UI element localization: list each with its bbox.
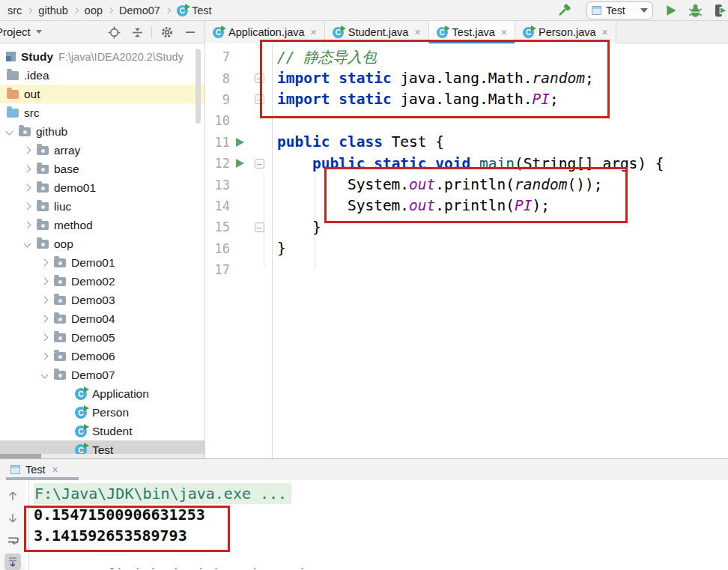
tree-item-study[interactable]: StudyF:\java\IDEA2020.2\Study (0, 47, 204, 66)
editor-tab-label: Application.java (228, 26, 305, 38)
fold-marker-icon[interactable]: – (255, 159, 264, 169)
code-line-14: 14 System.out.println(PI); (206, 195, 728, 216)
line-number: 17 (206, 262, 230, 277)
package-folder-icon (37, 165, 49, 174)
tree-item-label: .idea (24, 69, 49, 82)
tree-item-demo07[interactable]: Demo07 (0, 366, 204, 384)
fold-marker-icon[interactable]: – (255, 94, 264, 104)
prev-occurrence-icon[interactable] (4, 488, 21, 504)
build-hammer-icon[interactable] (556, 2, 572, 19)
editor-tab-person.java[interactable]: CPerson.java× (515, 21, 616, 43)
close-icon[interactable]: × (501, 26, 507, 38)
soft-wrap-icon[interactable] (4, 533, 21, 549)
chevron-down-icon (36, 30, 42, 34)
breadcrumb-item-label: github (38, 4, 68, 16)
src-folder-icon (7, 109, 19, 118)
tree-item-github[interactable]: github (0, 122, 204, 141)
tree-item-application[interactable]: CApplication (0, 384, 204, 403)
run-line-icon[interactable] (236, 159, 244, 168)
tree-item-demo06[interactable]: Demo06 (0, 347, 204, 366)
chevron-collapsed-icon[interactable] (41, 315, 49, 323)
code-text: public static void main(String[] args) { (277, 155, 664, 172)
chevron-collapsed-icon[interactable] (41, 353, 49, 360)
chevron-expanded-icon[interactable] (6, 128, 13, 136)
scroll-to-end-icon[interactable] (4, 554, 21, 570)
collapse-all-icon[interactable] (129, 24, 145, 40)
tree-item-label: liuc (54, 200, 71, 213)
code-text: } (277, 219, 321, 236)
project-view-selector[interactable]: Project (0, 25, 42, 38)
token-plain: System. (277, 176, 409, 193)
token-plain: .println( (435, 176, 515, 193)
tree-item-demo02[interactable]: Demo02 (0, 272, 204, 291)
close-icon[interactable]: × (52, 464, 58, 476)
next-occurrence-icon[interactable] (4, 510, 21, 527)
tree-item-person[interactable]: CPerson (0, 403, 204, 422)
hide-panel-icon[interactable] (182, 24, 198, 40)
project-tree: StudyF:\java\IDEA2020.2\Study.ideaoutsrc… (0, 47, 204, 458)
tree-item-out[interactable]: out (0, 85, 204, 103)
run-button[interactable] (663, 2, 679, 19)
chevron-collapsed-icon[interactable] (41, 278, 49, 285)
token-plain: ); (533, 197, 550, 214)
chevron-collapsed-icon[interactable] (41, 297, 49, 304)
tree-item-method[interactable]: method (0, 216, 204, 234)
console-output[interactable]: F:\Java\JDK\bin\java.exe ...0.1547150090… (29, 480, 728, 570)
vertical-scrollbar[interactable] (195, 49, 201, 124)
tree-item-demo05[interactable]: Demo05 (0, 328, 204, 347)
run-configuration-select[interactable]: Test (586, 1, 653, 19)
token-kw: import static (277, 70, 400, 87)
code-editor[interactable]: 7// 静态导入包8–import static java.lang.Math.… (206, 43, 728, 458)
tree-item-liuc[interactable]: liuc (0, 197, 204, 216)
chevron-expanded-icon[interactable] (41, 372, 49, 379)
run-tool-window: Test × (0, 458, 728, 570)
tree-item-student[interactable]: CStudent (0, 422, 204, 440)
breadcrumb-item-src[interactable]: src (6, 4, 23, 16)
tree-item-oop[interactable]: oop (0, 234, 204, 253)
chevron-collapsed-icon[interactable] (24, 203, 31, 210)
tree-item-base[interactable]: base (0, 160, 204, 178)
editor-tab-student.java[interactable]: CStudent.java× (325, 21, 429, 43)
run-tab-icon (10, 465, 20, 474)
tree-item-demo04[interactable]: Demo04 (0, 309, 204, 328)
editor-tab-application.java[interactable]: CApplication.java× (205, 21, 325, 43)
chevron-collapsed-icon[interactable] (41, 259, 49, 267)
package-folder-icon (37, 184, 49, 192)
breadcrumb-item-demo07[interactable]: Demo07 (118, 4, 162, 16)
tree-item-demo01[interactable]: demo01 (0, 178, 204, 197)
fold-marker-icon[interactable]: – (255, 222, 264, 232)
close-icon[interactable]: × (311, 26, 317, 38)
chevron-collapsed-icon[interactable] (24, 222, 31, 229)
tree-item-src[interactable]: src (0, 103, 204, 122)
tree-item-label: out (24, 88, 40, 101)
locate-file-icon[interactable] (106, 24, 122, 40)
close-icon[interactable]: × (602, 26, 608, 38)
debug-button[interactable] (687, 2, 703, 19)
run-line-icon[interactable] (236, 138, 244, 147)
tree-item-label: Demo05 (71, 331, 115, 345)
chevron-expanded-icon[interactable] (24, 240, 31, 248)
run-config-app-icon (592, 6, 601, 15)
tree-item-demo03[interactable]: Demo03 (0, 291, 204, 309)
chevron-collapsed-icon[interactable] (24, 184, 31, 192)
editor-tab-test.java[interactable]: CTest.java× (429, 21, 515, 43)
breadcrumb-item-github[interactable]: github (37, 4, 70, 16)
tree-item-array[interactable]: array (0, 141, 204, 160)
chevron-collapsed-icon[interactable] (24, 166, 31, 173)
code-line-7: 7// 静态导入包 (206, 46, 728, 67)
chevron-collapsed-icon[interactable] (24, 147, 31, 154)
settings-gear-icon[interactable] (159, 24, 175, 40)
tree-item-label: src (24, 106, 40, 120)
chevron-collapsed-icon[interactable] (41, 334, 49, 342)
ide-window: srcgithuboopDemo07CTest Test (0, 0, 728, 570)
gutter-fold-slot: – (249, 159, 269, 169)
fold-marker-icon[interactable]: – (255, 73, 264, 83)
tree-item-demo01[interactable]: Demo01 (0, 253, 204, 272)
tree-item-label: Application (92, 387, 149, 401)
close-icon[interactable]: × (414, 26, 420, 38)
console-line: 0.15471500906631253 (34, 504, 728, 525)
tree-item-.idea[interactable]: .idea (0, 66, 204, 85)
breadcrumb-item-oop[interactable]: oop (83, 4, 104, 16)
run-with-coverage-button[interactable] (711, 2, 727, 19)
breadcrumb-item-test[interactable]: CTest (175, 4, 213, 16)
